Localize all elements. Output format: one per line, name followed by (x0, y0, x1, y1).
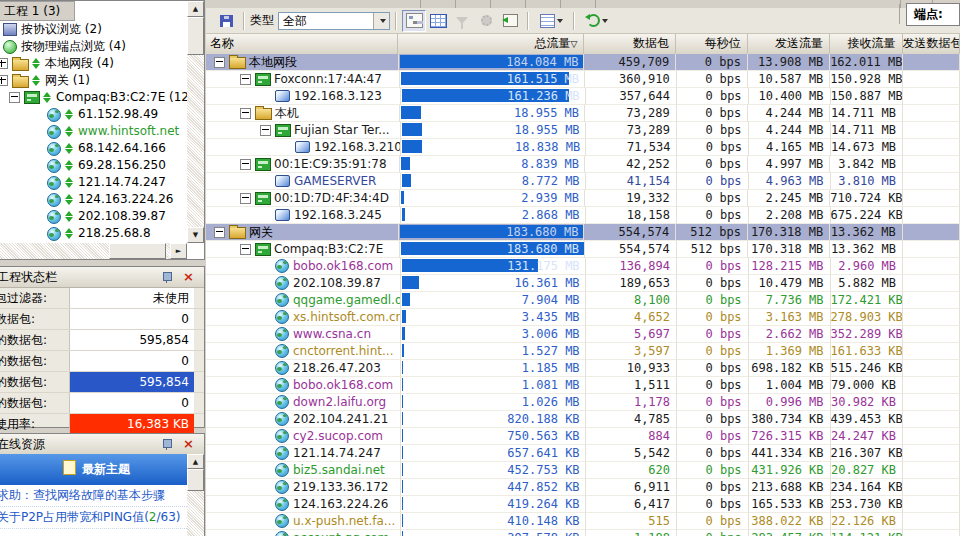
collapse-icon[interactable] (240, 159, 251, 170)
scroll-up-icon[interactable]: ▲ (187, 1, 204, 17)
online-resource-link[interactable]: 求助：查找网络故障的基本步骤 (0, 485, 187, 507)
column-header-1[interactable]: 名称 (206, 34, 398, 54)
collapse-icon[interactable] (260, 125, 271, 136)
tree-view-button[interactable] (402, 10, 426, 32)
tree-root-project[interactable]: 工程 1 (3) (0, 1, 75, 21)
table-row[interactable]: 192.168.3.2452.868 MB18,1580 bps2.208 MB… (206, 207, 960, 224)
tree-vertical-scrollbar[interactable]: ▲ ▼ (187, 1, 204, 243)
column-header-5[interactable]: 发送流量 (748, 34, 830, 54)
type-select[interactable]: 全部 (278, 12, 390, 30)
endpoint-name: 192.168.3.245 (294, 207, 382, 223)
combo-dropdown-button[interactable] (373, 13, 389, 29)
table-row[interactable]: xs.hintsoft.com.cn3.435 MB4,6520 bps3.16… (206, 309, 960, 326)
table-row[interactable]: cnctorrent.hint...1.527 MB3,5970 bps1.36… (206, 343, 960, 360)
filter-button[interactable] (450, 10, 474, 32)
table-row[interactable]: Fujian Star Ter...18.955 MB73,2890 bps4.… (206, 122, 960, 139)
tree-item[interactable]: 202.108.39.87 (0, 208, 187, 225)
column-header-6[interactable]: 接收流量 (830, 34, 903, 54)
table-row[interactable]: cy2.sucop.com750.563 KB8840 bps726.315 K… (206, 428, 960, 445)
table-row[interactable]: 202.104.241.21820.188 KB4,7850 bps380.73… (206, 411, 960, 428)
table-row[interactable]: 192.168.3.21018.838 MB71,5340 bps4.165 M… (206, 139, 960, 156)
table-row[interactable]: 本地网段184.084 MB459,7090 bps13.908 MB162.0… (206, 54, 960, 71)
tree-item[interactable]: 本地网段 (4) (0, 55, 187, 72)
tree-horizontal-scrollbar[interactable]: ► (0, 243, 187, 259)
table-row[interactable]: 202.108.39.8716.361 MB189,6530 bps10.479… (206, 275, 960, 292)
save-button[interactable] (214, 10, 238, 32)
export-button[interactable] (498, 10, 522, 32)
column-header-4[interactable]: 每秒位 (676, 34, 748, 54)
endpoint-name: xs.hintsoft.com.cn (293, 309, 401, 325)
tree-item[interactable]: 按协议浏览 (2) (0, 21, 187, 38)
column-list-button[interactable] (534, 10, 568, 32)
table-row[interactable]: 192.168.3.123161.236 MB357,6440 bps10.40… (206, 88, 960, 105)
table-row[interactable]: down2.laifu.org1.026 MB1,1780 bps0.996 M… (206, 394, 960, 411)
table-row[interactable]: biz5.sandai.net452.753 KB6200 bps431.926… (206, 462, 960, 479)
collapse-icon[interactable] (9, 92, 20, 103)
table-row[interactable]: 121.14.74.247657.641 KB5,5420 bps441.334… (206, 445, 960, 462)
scroll-up-icon[interactable]: ▲ (187, 454, 204, 469)
tree-item[interactable]: 网关 (1) (0, 72, 187, 89)
table-row[interactable]: bobo.ok168.com1.081 MB1,5110 bps1.004 MB… (206, 377, 960, 394)
pin-icon[interactable] (163, 272, 172, 281)
detail-table-button[interactable] (426, 10, 450, 32)
table-row[interactable]: 219.133.36.172447.852 KB6,9110 bps213.68… (206, 479, 960, 496)
table-row[interactable]: 00:1E:C9:35:91:788.839 MB42,2520 bps4.99… (206, 156, 960, 173)
refresh-button[interactable] (580, 10, 614, 32)
adapter-icon (255, 158, 271, 171)
table-row[interactable]: GAMESERVER8.772 MB41,1540 bps4.963 MB3.8… (206, 173, 960, 190)
online-resource-link[interactable]: 关于P2P占用带宽和PING值(2/63) (0, 507, 187, 529)
collapse-icon[interactable] (214, 227, 225, 238)
scroll-down-icon[interactable]: ▼ (187, 227, 204, 243)
received-traffic-value: 13.362 MB (830, 224, 903, 241)
table-row[interactable]: www.csna.cn3.006 MB5,6970 bps2.662 MB352… (206, 326, 960, 343)
expand-icon[interactable] (0, 58, 8, 69)
tree-item[interactable]: 218.25.68.8 (0, 225, 187, 242)
collapse-icon[interactable] (240, 108, 251, 119)
collapse-icon[interactable] (240, 244, 251, 255)
close-icon[interactable]: × (183, 435, 194, 453)
tree-item[interactable]: 69.28.156.250 (0, 157, 187, 174)
endpoint-filter-box[interactable]: 端点: (906, 3, 960, 26)
column-header-3[interactable]: 数据包 (584, 34, 676, 54)
table-row[interactable]: 124.163.224.26419.264 KB6,4170 bps165.53… (206, 496, 960, 513)
packets-value: 8,100 (586, 292, 677, 309)
scrollbar-thumb[interactable] (109, 243, 166, 259)
table-row[interactable]: account.qq.com397.578 KB1,1880 bps283.45… (206, 530, 960, 536)
tree-item[interactable]: 121.14.74.247 (0, 174, 187, 191)
tree-item[interactable]: 61.152.98.49 (0, 106, 187, 123)
table-row[interactable]: qqgame.gamedl.q...7.904 MB8,1000 bps7.73… (206, 292, 960, 309)
table-row[interactable]: 本机18.955 MB73,2890 bps4.244 MB14.711 MB (206, 105, 960, 122)
collapse-icon[interactable] (240, 74, 251, 85)
collapse-icon[interactable] (240, 193, 251, 204)
collapse-icon[interactable] (214, 57, 225, 68)
column-header-7[interactable]: 发送数据包 (903, 34, 960, 54)
tree-item[interactable]: 按物理端点浏览 (4) (0, 38, 187, 55)
pin-icon[interactable] (163, 439, 172, 448)
table-row[interactable]: 网关183.680 MB554,574512 bps170.318 MB13.3… (206, 224, 960, 241)
table-row[interactable]: 218.26.47.2031.185 MB10,9330 bps698.182 … (206, 360, 960, 377)
table-row[interactable]: 00:1D:7D:4F:34:4D2.939 MB19,3320 bps2.24… (206, 190, 960, 207)
status-label: 的数据包: (0, 330, 47, 350)
globe-icon (275, 514, 289, 528)
sent-packets-cell (903, 292, 960, 309)
tree-item[interactable]: 124.163.224.26 (0, 191, 187, 208)
table-row[interactable]: Compaq:B3:C2:7E183.680 MB554,574512 bps1… (206, 241, 960, 258)
column-header-2[interactable]: 总流量▽ (398, 34, 584, 54)
scrollbar-thumb[interactable] (187, 17, 204, 55)
tree-item[interactable]: Compaq:B3:C2:7E (125) (0, 89, 187, 106)
tree-item-label: 124.163.224.26 (78, 191, 173, 208)
table-row[interactable]: Foxconn:17:4A:47161.515 MB360,9100 bps10… (206, 71, 960, 88)
expand-icon[interactable] (0, 75, 8, 86)
scrollbar-thumb[interactable] (187, 469, 204, 491)
tree-item[interactable]: 68.142.64.166 (0, 140, 187, 157)
online-vertical-scrollbar[interactable]: ▲ (187, 454, 204, 536)
tree-item[interactable]: www.hintsoft.net (0, 123, 187, 140)
received-traffic-value: 14.673 MB (831, 139, 903, 156)
close-icon[interactable]: × (183, 268, 194, 286)
total-traffic-cell: 8.839 MB (400, 156, 585, 173)
table-row[interactable]: u.x-push.net.fa...410.148 KB5150 bps388.… (206, 513, 960, 530)
table-row[interactable]: bobo.ok168.com131.175 MB136,8940 bps128.… (206, 258, 960, 275)
filter-icon (456, 17, 468, 24)
packet-options-button[interactable] (474, 10, 498, 32)
scroll-right-icon[interactable]: ► (170, 243, 187, 259)
